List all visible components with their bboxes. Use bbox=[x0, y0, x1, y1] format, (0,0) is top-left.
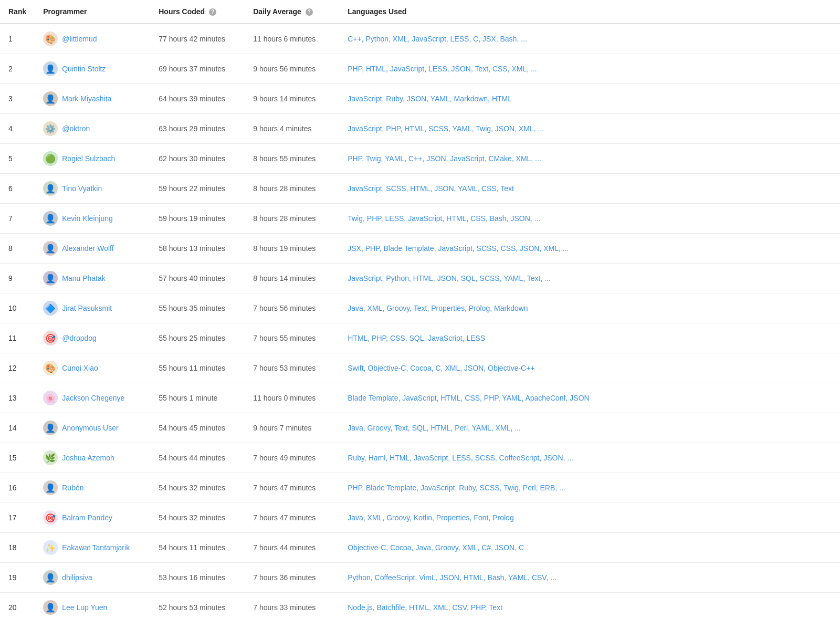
table-row: 16👤Rubén54 hours 32 minutes7 hours 47 mi… bbox=[0, 473, 840, 503]
programmer-name-link[interactable]: Eakawat Tantamjarik bbox=[62, 543, 130, 552]
avatar: 👤 bbox=[43, 91, 58, 106]
languages-cell: JavaScript, SCSS, HTML, JSON, YAML, CSS,… bbox=[339, 174, 840, 204]
programmer-name-link[interactable]: Anonymous User bbox=[62, 424, 118, 432]
programmer-name-link[interactable]: Tino Vyatkin bbox=[62, 184, 102, 193]
programmer-name-link[interactable]: dhilipsiva bbox=[62, 573, 92, 582]
programmer-name-link[interactable]: Mark Miyashita bbox=[62, 95, 111, 103]
programmer-cell: 🎨@littlemud bbox=[35, 24, 150, 54]
programmer-cell: 👤Rubén bbox=[35, 473, 150, 503]
languages-cell: Node.js, Batchfile, HTML, XML, CSV, PHP,… bbox=[339, 593, 840, 619]
programmer-name-link[interactable]: Balram Pandey bbox=[62, 513, 112, 522]
programmer-cell: 👤Mark Miyashita bbox=[35, 84, 150, 114]
daily-average-cell: 8 hours 28 minutes bbox=[245, 204, 339, 234]
programmer-name-link[interactable]: Quintin Stoltz bbox=[62, 65, 106, 73]
daily-average-cell: 7 hours 36 minutes bbox=[245, 563, 339, 593]
languages-cell: PHP, Blade Template, JavaScript, Ruby, S… bbox=[339, 473, 840, 503]
programmer-name-link[interactable]: Rogiel Sulzbach bbox=[62, 154, 115, 163]
programmer-cell: 🌸Jackson Chegenye bbox=[35, 383, 150, 413]
languages-cell: Swift, Objective-C, Cocoa, C, XML, JSON,… bbox=[339, 353, 840, 383]
languages-cell: JavaScript, Ruby, JSON, YAML, Markdown, … bbox=[339, 84, 840, 114]
hours-coded-cell: 54 hours 32 minutes bbox=[150, 473, 245, 503]
programmer-cell: 🎨Cunqi Xiao bbox=[35, 353, 150, 383]
rank-cell: 18 bbox=[0, 533, 35, 563]
daily-average-cell: 8 hours 19 minutes bbox=[245, 234, 339, 264]
hours-coded-help-icon[interactable]: ? bbox=[209, 8, 216, 16]
daily-average-cell: 7 hours 56 minutes bbox=[245, 293, 339, 323]
programmer-name-link[interactable]: @dropdog bbox=[62, 334, 97, 342]
rank-cell: 12 bbox=[0, 353, 35, 383]
programmer-name-link[interactable]: Jackson Chegenye bbox=[62, 394, 124, 402]
table-row: 17🎯Balram Pandey54 hours 32 minutes7 hou… bbox=[0, 503, 840, 533]
hours-coded-cell: 55 hours 35 minutes bbox=[150, 293, 245, 323]
daily-average-cell: 11 hours 6 minutes bbox=[245, 24, 339, 54]
programmer-name-link[interactable]: Cunqi Xiao bbox=[62, 364, 98, 372]
table-row: 13🌸Jackson Chegenye55 hours 1 minute11 h… bbox=[0, 383, 840, 413]
languages-cell: PHP, Twig, YAML, C++, JSON, JavaScript, … bbox=[339, 144, 840, 174]
programmer-cell: 🎯@dropdog bbox=[35, 323, 150, 353]
avatar: 👤 bbox=[43, 421, 58, 435]
languages-cell: Blade Template, JavaScript, HTML, CSS, P… bbox=[339, 383, 840, 413]
programmer-name-link[interactable]: Jirat Pasuksmit bbox=[62, 304, 112, 312]
rank-cell: 11 bbox=[0, 323, 35, 353]
daily-average-help-icon[interactable]: ? bbox=[306, 8, 313, 16]
hours-coded-cell: 69 hours 37 minutes bbox=[150, 54, 245, 84]
hours-coded-cell: 53 hours 16 minutes bbox=[150, 563, 245, 593]
programmer-cell: ✨Eakawat Tantamjarik bbox=[35, 533, 150, 563]
table-row: 6👤Tino Vyatkin59 hours 22 minutes8 hours… bbox=[0, 174, 840, 204]
programmer-name-link[interactable]: Alexander Wolff bbox=[62, 244, 113, 253]
programmer-name-link[interactable]: @littlemud bbox=[62, 35, 97, 43]
avatar: 👤 bbox=[43, 61, 58, 76]
hours-coded-cell: 54 hours 44 minutes bbox=[150, 443, 245, 473]
programmer-cell: 🌿Joshua Azemoh bbox=[35, 443, 150, 473]
languages-cell: Java, XML, Groovy, Kotlin, Properties, F… bbox=[339, 503, 840, 533]
table-row: 4⚙️@oktron63 hours 29 minutes9 hours 4 m… bbox=[0, 114, 840, 144]
rank-cell: 13 bbox=[0, 383, 35, 413]
daily-average-cell: 8 hours 14 minutes bbox=[245, 264, 339, 293]
daily-average-cell: 7 hours 44 minutes bbox=[245, 533, 339, 563]
hours-coded-cell: 52 hours 53 minutes bbox=[150, 593, 245, 619]
hours-coded-cell: 54 hours 11 minutes bbox=[150, 533, 245, 563]
hours-coded-cell: 58 hours 13 minutes bbox=[150, 234, 245, 264]
programmer-name-link[interactable]: @oktron bbox=[62, 124, 90, 133]
rank-cell: 8 bbox=[0, 234, 35, 264]
avatar: 🎯 bbox=[43, 510, 58, 525]
hours-coded-cell: 62 hours 30 minutes bbox=[150, 144, 245, 174]
daily-average-cell: 7 hours 53 minutes bbox=[245, 353, 339, 383]
programmer-cell: 🎯Balram Pandey bbox=[35, 503, 150, 533]
hours-coded-cell: 57 hours 40 minutes bbox=[150, 264, 245, 293]
rank-cell: 15 bbox=[0, 443, 35, 473]
rank-cell: 5 bbox=[0, 144, 35, 174]
col-header-rank: Rank bbox=[0, 0, 35, 24]
programmer-cell: 👤Anonymous User bbox=[35, 413, 150, 443]
table-row: 15🌿Joshua Azemoh54 hours 44 minutes7 hou… bbox=[0, 443, 840, 473]
col-header-hours-coded: Hours Coded ? bbox=[150, 0, 245, 24]
programmer-name-link[interactable]: Kevin Kleinjung bbox=[62, 214, 113, 223]
hours-coded-cell: 59 hours 19 minutes bbox=[150, 204, 245, 234]
programmer-name-link[interactable]: Manu Phatak bbox=[62, 274, 106, 282]
languages-cell: PHP, HTML, JavaScript, LESS, JSON, Text,… bbox=[339, 54, 840, 84]
daily-average-cell: 9 hours 56 minutes bbox=[245, 54, 339, 84]
rank-cell: 14 bbox=[0, 413, 35, 443]
programmer-name-link[interactable]: Joshua Azemoh bbox=[62, 454, 114, 462]
programmer-cell: 🟢Rogiel Sulzbach bbox=[35, 144, 150, 174]
languages-cell: Objective-C, Cocoa, Java, Groovy, XML, C… bbox=[339, 533, 840, 563]
avatar: 👤 bbox=[43, 241, 58, 256]
rank-cell: 20 bbox=[0, 593, 35, 619]
daily-average-cell: 7 hours 47 minutes bbox=[245, 503, 339, 533]
table-row: 5🟢Rogiel Sulzbach62 hours 30 minutes8 ho… bbox=[0, 144, 840, 174]
col-header-languages-used: Languages Used bbox=[339, 0, 840, 24]
daily-average-cell: 9 hours 7 minutes bbox=[245, 413, 339, 443]
avatar: 👤 bbox=[43, 570, 58, 585]
programmer-name-link[interactable]: Rubén bbox=[62, 484, 83, 492]
languages-cell: Java, XML, Groovy, Text, Properties, Pro… bbox=[339, 293, 840, 323]
hours-coded-cell: 55 hours 1 minute bbox=[150, 383, 245, 413]
table-row: 10🔷Jirat Pasuksmit55 hours 35 minutes7 h… bbox=[0, 293, 840, 323]
hours-coded-cell: 55 hours 11 minutes bbox=[150, 353, 245, 383]
languages-cell: Ruby, Haml, HTML, JavaScript, LESS, SCSS… bbox=[339, 443, 840, 473]
daily-average-cell: 11 hours 0 minutes bbox=[245, 383, 339, 413]
hours-coded-cell: 77 hours 42 minutes bbox=[150, 24, 245, 54]
daily-average-cell: 9 hours 14 minutes bbox=[245, 84, 339, 114]
programmer-name-link[interactable]: Lee Lup Yuen bbox=[62, 603, 107, 612]
col-header-daily-average: Daily Average ? bbox=[245, 0, 339, 24]
hours-coded-cell: 55 hours 25 minutes bbox=[150, 323, 245, 353]
